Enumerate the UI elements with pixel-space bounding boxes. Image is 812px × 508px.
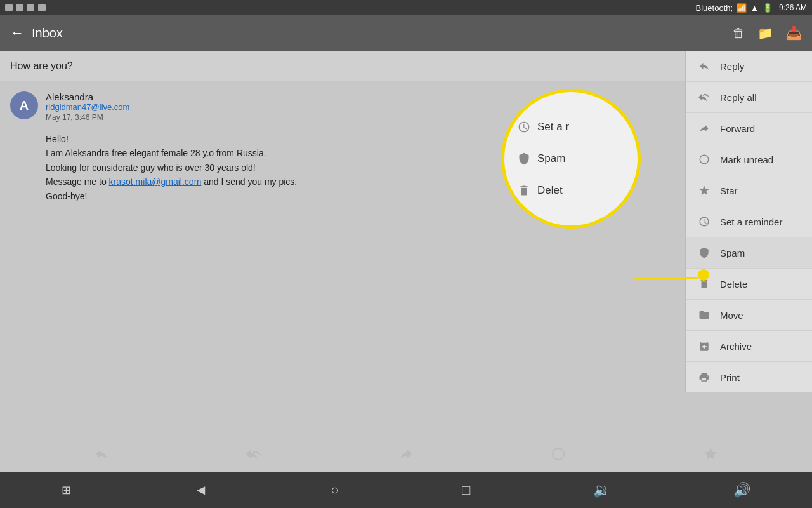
menu-item-archive[interactable]: Archive — [686, 331, 812, 362]
reply-all-icon — [697, 90, 711, 104]
bubble-item-reminder: Set a r — [504, 111, 638, 143]
nav-volume-up-icon[interactable]: 🔊 — [733, 482, 750, 498]
mail-status-icon — [5, 4, 13, 11]
menu-item-reply-all-label: Reply all — [720, 92, 757, 103]
bubble-reminder-label: Set a r — [537, 121, 569, 133]
bubble-item-spam: Spam — [504, 143, 638, 175]
bubble-clock-icon — [517, 120, 531, 134]
menu-item-spam-label: Spam — [720, 248, 745, 258]
bubble-trash-icon — [517, 184, 531, 197]
mark-unread-icon — [697, 152, 711, 166]
time-display: 9:26 AM — [779, 3, 807, 12]
sender-date: May 17, 3:46 PM — [46, 113, 129, 122]
svg-point-2 — [553, 448, 564, 460]
nav-bar: ⊞ ◄ ○ □ 🔉 🔊 — [0, 472, 812, 508]
sender-name: Aleksandra — [46, 91, 129, 102]
menu-item-spam[interactable]: Spam — [686, 237, 812, 269]
bottom-circle-button[interactable] — [551, 446, 566, 465]
menu-item-set-reminder[interactable]: Set a reminder — [686, 206, 812, 237]
status-bar: Bluetooth; 📶 ▲ 🔋 9:26 AM — [0, 0, 812, 15]
folder-toolbar-button[interactable]: 📁 — [757, 25, 773, 41]
nav-home-icon[interactable]: ○ — [331, 482, 339, 498]
signal-icon: ▲ — [750, 3, 759, 13]
menu-item-star-label: Star — [720, 185, 738, 196]
menu-item-reply-label: Reply — [720, 61, 744, 72]
bluetooth-icon: Bluetooth; — [696, 3, 733, 13]
svg-point-0 — [700, 155, 709, 164]
page-title: Inbox — [32, 26, 724, 41]
menu-item-set-reminder-label: Set a reminder — [720, 217, 782, 227]
menu-item-archive-label: Archive — [720, 341, 752, 352]
email-status-icon — [27, 4, 34, 11]
nav-back-icon[interactable]: ◄ — [194, 482, 208, 498]
menu-item-forward[interactable]: Forward — [686, 113, 812, 144]
reply-icon — [697, 59, 711, 73]
menu-item-print[interactable]: Print — [686, 362, 812, 392]
sender-row: A Aleksandra ridgidman47@live.com May 17… — [10, 91, 802, 122]
menu-item-star[interactable]: Star — [686, 175, 812, 206]
email-link[interactable]: krasot.mila@gmail.com — [109, 177, 202, 187]
menu-item-move[interactable]: Move — [686, 300, 812, 331]
menu-item-reply[interactable]: Reply — [686, 51, 812, 82]
nav-gallery-icon[interactable]: ⊞ — [62, 483, 71, 497]
status-left-icons — [5, 4, 46, 11]
print-icon — [697, 370, 711, 384]
back-button[interactable]: ← — [10, 25, 24, 41]
magnify-bubble: Set a r Spam Delet — [501, 89, 641, 229]
bottom-forward-button[interactable] — [398, 446, 414, 465]
menu-item-mark-unread[interactable]: Mark unread — [686, 144, 812, 175]
avatar: A — [10, 91, 38, 119]
menu-item-print-label: Print — [720, 372, 740, 383]
nav-recents-icon[interactable]: □ — [462, 482, 470, 498]
bottom-reply-button[interactable] — [94, 446, 109, 465]
bubble-item-delete: Delet — [504, 175, 638, 206]
move-icon — [697, 308, 711, 322]
forward-icon — [697, 121, 711, 135]
sd-status-icon — [16, 4, 23, 11]
menu-item-delete-label: Delete — [720, 279, 747, 290]
delete-toolbar-button[interactable]: 🗑 — [732, 26, 745, 41]
sender-email[interactable]: ridgidman47@live.com — [46, 102, 129, 112]
sender-info: Aleksandra ridgidman47@live.com May 17, … — [46, 91, 129, 122]
menu-item-reply-all[interactable]: Reply all — [686, 82, 812, 113]
toolbar: ← Inbox 🗑 📁 📥 — [0, 15, 812, 51]
bubble-delete-label: Delet — [537, 184, 563, 197]
star-icon — [697, 184, 711, 197]
bottom-reply-all-button[interactable] — [246, 446, 261, 465]
bubble-shield-icon — [517, 152, 531, 166]
status-right-icons: Bluetooth; 📶 ▲ 🔋 9:26 AM — [696, 3, 807, 13]
yellow-dot-indicator — [698, 269, 709, 281]
battery-icon: 🔋 — [763, 3, 773, 13]
toolbar-actions: 🗑 📁 📥 — [732, 25, 802, 41]
wifi-icon: 📶 — [737, 3, 747, 13]
menu-item-mark-unread-label: Mark unread — [720, 154, 773, 165]
nav-volume-down-icon[interactable]: 🔉 — [593, 482, 610, 498]
calendar-status-icon — [38, 4, 46, 11]
archive-icon — [697, 339, 711, 353]
email-subject: How are you? — [10, 60, 73, 72]
archive-toolbar-button[interactable]: 📥 — [786, 25, 802, 41]
clock-icon — [697, 215, 711, 229]
bubble-spam-label: Spam — [537, 152, 565, 165]
context-menu: Reply Reply all Forward Mark unread Star… — [685, 51, 812, 392]
menu-item-forward-label: Forward — [720, 123, 755, 134]
bottom-actions-bar — [0, 439, 812, 472]
spam-shield-icon — [697, 246, 711, 260]
menu-item-move-label: Move — [720, 310, 743, 321]
bottom-star-button[interactable] — [703, 446, 718, 465]
